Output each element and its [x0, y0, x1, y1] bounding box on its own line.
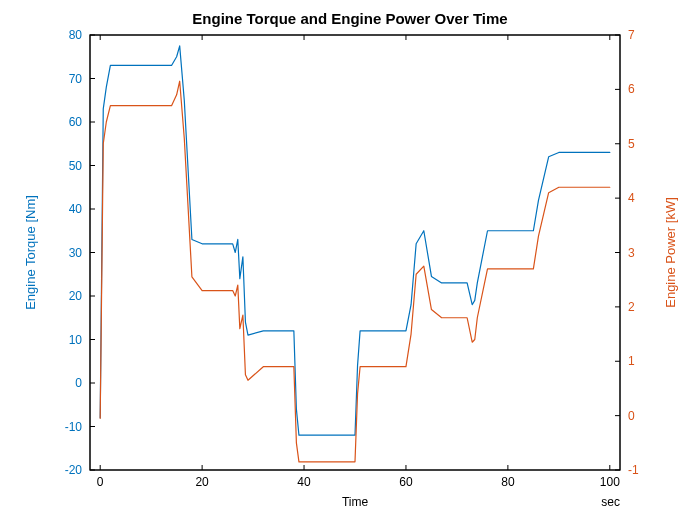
dual-axis-line-chart: 020406080100Timesec-20-10010203040506070…	[0, 0, 700, 525]
right-y-tick-label: 0	[628, 409, 635, 423]
svg-rect-0	[90, 35, 620, 470]
left-y-tick-label: 20	[69, 289, 83, 303]
x-tick-label: 20	[195, 475, 209, 489]
left-y-tick-label: -20	[65, 463, 83, 477]
x-tick-label: 60	[399, 475, 413, 489]
chart-container: Engine Torque and Engine Power Over Time…	[0, 0, 700, 525]
left-y-tick-label: -10	[65, 420, 83, 434]
left-y-tick-label: 70	[69, 72, 83, 86]
left-y-tick-label: 80	[69, 28, 83, 42]
x-axis-label: Time	[342, 495, 369, 509]
x-tick-label: 0	[97, 475, 104, 489]
left-y-tick-label: 10	[69, 333, 83, 347]
left-y-tick-label: 0	[75, 376, 82, 390]
x-axis-unit: sec	[601, 495, 620, 509]
right-y-tick-label: 5	[628, 137, 635, 151]
x-tick-label: 40	[297, 475, 311, 489]
x-tick-label: 80	[501, 475, 515, 489]
left-y-tick-label: 50	[69, 159, 83, 173]
right-y-axis-label: Engine Power [kW]	[663, 197, 678, 308]
right-y-tick-label: 4	[628, 191, 635, 205]
x-tick-label: 100	[600, 475, 620, 489]
left-y-tick-label: 30	[69, 246, 83, 260]
right-y-tick-label: 1	[628, 354, 635, 368]
right-y-tick-label: 6	[628, 82, 635, 96]
right-y-tick-label: 7	[628, 28, 635, 42]
right-y-tick-label: 2	[628, 300, 635, 314]
left-y-tick-label: 40	[69, 202, 83, 216]
right-y-tick-label: -1	[628, 463, 639, 477]
left-y-axis-label: Engine Torque [Nm]	[23, 195, 38, 310]
right-y-tick-label: 3	[628, 246, 635, 260]
left-y-tick-label: 60	[69, 115, 83, 129]
